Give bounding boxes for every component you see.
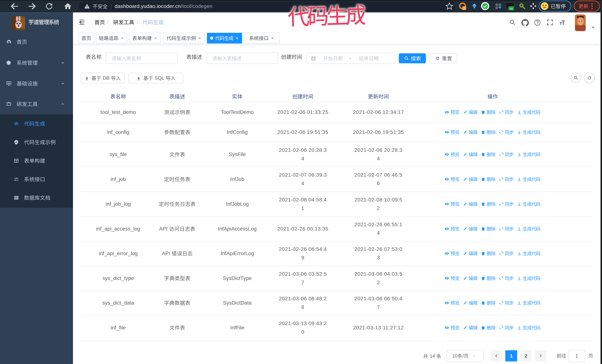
svg-text:1: 1: [463, 7, 465, 10]
svg-text:on: on: [510, 7, 513, 10]
